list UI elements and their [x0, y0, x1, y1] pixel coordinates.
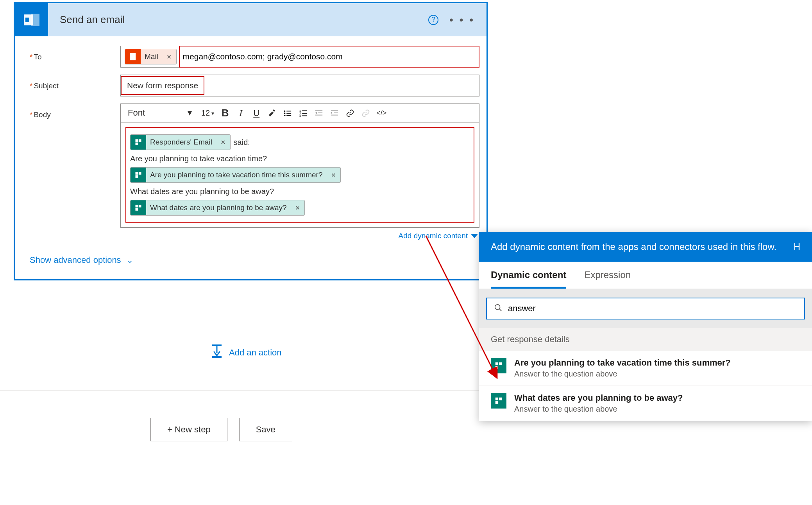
- svg-rect-2: [25, 18, 29, 22]
- font-selector[interactable]: Font▾: [125, 106, 195, 120]
- svg-rect-3: [130, 53, 136, 60]
- underline-icon[interactable]: U: [249, 106, 263, 120]
- forms-icon: [131, 134, 146, 150]
- body-token-responders-email[interactable]: Responders' Email ×: [130, 134, 231, 150]
- svg-point-34: [495, 305, 500, 310]
- dc-hide-link[interactable]: H: [794, 241, 800, 253]
- code-view-icon[interactable]: </>: [374, 106, 388, 120]
- save-button[interactable]: Save: [239, 418, 292, 441]
- body-text: Are you planning to take vacation time?: [130, 152, 470, 165]
- rte-toolbar: Font▾ 12▾ B I U: [121, 104, 479, 123]
- svg-rect-16: [315, 110, 322, 111]
- card-title: Send an email: [48, 14, 428, 26]
- bottom-buttons: + New step Save: [150, 418, 292, 441]
- dc-tabs: Dynamic content Expression: [479, 262, 812, 289]
- subject-row: *Subject New form response: [30, 75, 479, 96]
- svg-rect-27: [136, 175, 138, 178]
- link-icon[interactable]: [343, 106, 357, 120]
- to-input[interactable]: [180, 46, 479, 67]
- remove-token-icon[interactable]: ×: [216, 136, 230, 148]
- card-header: Send an email ? • • •: [15, 3, 486, 36]
- indent-icon[interactable]: [327, 106, 342, 120]
- svg-rect-36: [495, 362, 498, 365]
- svg-rect-9: [287, 115, 292, 116]
- body-label: *Body: [30, 103, 120, 240]
- add-dynamic-content-link[interactable]: Add dynamic content: [399, 232, 478, 240]
- add-action-link[interactable]: Add an action: [211, 344, 282, 361]
- svg-rect-17: [318, 112, 322, 113]
- dc-header-text: Add dynamic content from the apps and co…: [491, 241, 788, 253]
- new-step-button[interactable]: + New step: [150, 418, 227, 441]
- to-row: *To Mail ×: [30, 46, 479, 68]
- dynamic-content-panel: Add dynamic content from the apps and co…: [479, 232, 812, 421]
- svg-rect-26: [139, 172, 141, 175]
- body-token-dates-question[interactable]: What dates are you planning to be away? …: [130, 200, 305, 216]
- forms-icon: [131, 200, 146, 216]
- dc-search[interactable]: [486, 298, 805, 319]
- dc-item-subtitle: Answer to the question above: [514, 369, 731, 378]
- svg-rect-39: [495, 398, 498, 400]
- number-list-icon[interactable]: 123: [296, 106, 310, 120]
- dc-item-subtitle: Answer to the question above: [514, 405, 683, 414]
- dc-search-wrap: [479, 289, 812, 328]
- svg-text:3: 3: [299, 114, 301, 118]
- dc-item-title: What dates are you planning to be away?: [514, 393, 683, 403]
- remove-token-icon[interactable]: ×: [326, 169, 340, 181]
- highlight-icon[interactable]: [265, 106, 279, 120]
- svg-point-4: [284, 110, 286, 112]
- remove-token-icon[interactable]: ×: [162, 52, 176, 61]
- show-advanced-options[interactable]: Show advanced options ⌄: [30, 255, 133, 265]
- bold-icon[interactable]: B: [218, 106, 232, 120]
- chevron-down-icon: ⌄: [127, 255, 133, 265]
- unlink-icon[interactable]: [359, 106, 373, 120]
- card-body: *To Mail × *Subject: [15, 36, 486, 279]
- svg-rect-40: [499, 398, 502, 400]
- remove-token-icon[interactable]: ×: [291, 202, 305, 214]
- svg-rect-22: [136, 139, 138, 142]
- svg-rect-15: [302, 115, 307, 116]
- font-size-selector[interactable]: 12▾: [199, 106, 216, 120]
- body-row: *Body Font▾ 12▾ B I U: [30, 103, 479, 240]
- tab-expression[interactable]: Expression: [584, 269, 631, 289]
- svg-rect-21: [331, 114, 338, 115]
- to-token-mail[interactable]: Mail ×: [125, 49, 177, 64]
- body-text: What dates are you planning to be away?: [130, 185, 470, 198]
- svg-rect-37: [499, 362, 502, 365]
- dc-section-header: Get response details: [479, 328, 812, 351]
- tab-dynamic-content[interactable]: Dynamic content: [491, 269, 566, 289]
- subject-input[interactable]: New form response: [127, 81, 198, 90]
- svg-rect-14: [302, 113, 307, 114]
- caret-down-icon: [471, 234, 478, 238]
- dc-search-input[interactable]: [508, 303, 797, 314]
- divider: [0, 391, 479, 391]
- svg-point-5: [284, 112, 286, 114]
- dc-item-vacation[interactable]: Are you planning to take vacation time t…: [479, 351, 812, 386]
- body-token-vacation-question[interactable]: Are you planning to take vacation time t…: [130, 167, 341, 183]
- search-icon: [494, 303, 503, 314]
- svg-rect-29: [139, 205, 141, 208]
- svg-rect-23: [139, 139, 141, 142]
- forms-icon: [491, 393, 506, 409]
- italic-icon[interactable]: I: [234, 106, 248, 120]
- subject-field[interactable]: New form response: [120, 75, 479, 96]
- outlook-icon: [15, 3, 48, 36]
- dc-header: Add dynamic content from the apps and co…: [479, 232, 812, 262]
- svg-rect-7: [287, 111, 292, 111]
- to-field[interactable]: Mail ×: [120, 46, 479, 68]
- bullet-list-icon[interactable]: [281, 106, 295, 120]
- svg-point-6: [284, 114, 286, 116]
- svg-rect-24: [136, 143, 138, 145]
- svg-rect-33: [212, 356, 222, 358]
- body-text: said:: [234, 136, 250, 148]
- send-email-card: Send an email ? • • • *To Mail ×: [14, 2, 488, 280]
- svg-rect-31: [212, 344, 222, 346]
- svg-rect-38: [495, 366, 498, 369]
- dc-item-title: Are you planning to take vacation time t…: [514, 358, 731, 368]
- outdent-icon[interactable]: [312, 106, 326, 120]
- body-content[interactable]: Responders' Email × said: Are you planni…: [121, 123, 479, 227]
- body-editor: Font▾ 12▾ B I U: [120, 103, 479, 228]
- office-icon: [125, 49, 141, 64]
- more-menu-icon[interactable]: • • •: [449, 14, 475, 26]
- help-icon[interactable]: ?: [428, 15, 438, 25]
- dc-item-dates[interactable]: What dates are you planning to be away? …: [479, 386, 812, 421]
